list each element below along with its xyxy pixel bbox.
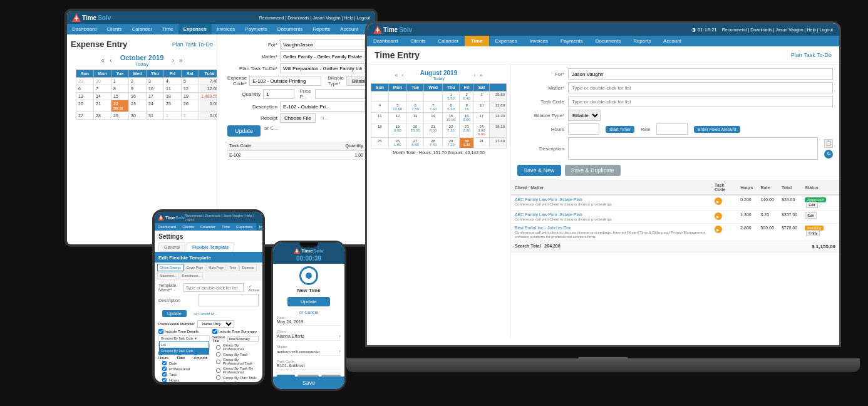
professional-checkbox[interactable]: [162, 367, 167, 371]
cal-prev[interactable]: ‹: [110, 57, 111, 64]
cal-cell[interactable]: 29: [111, 112, 129, 120]
cal-cell[interactable]: 1: [111, 78, 129, 85]
nav-dashboard[interactable]: Dashboard: [67, 24, 101, 34]
cal-cell[interactable]: 17: [474, 113, 489, 123]
cal-cell[interactable]: 287.40: [424, 138, 443, 148]
cal-cell[interactable]: 916: [460, 102, 474, 113]
laptop-plan-link[interactable]: Plan Task To-Do: [791, 52, 832, 58]
date-checkbox[interactable]: [162, 361, 167, 365]
refresh-icon[interactable]: ↻: [824, 150, 833, 159]
subtab-time[interactable]: Time: [227, 264, 239, 271]
cal-cell[interactable]: 30: [94, 78, 111, 85]
plan-task-input[interactable]: [280, 63, 365, 73]
tab-general[interactable]: General: [158, 242, 185, 252]
cal-cell[interactable]: 31: [147, 112, 164, 120]
cal-cell[interactable]: 24: [147, 100, 164, 112]
cal-cell[interactable]: 31: [474, 138, 489, 148]
tablet-nav-time[interactable]: Time: [219, 223, 233, 231]
phone-matter-arrow[interactable]: ›: [339, 348, 341, 354]
laptop-nav-documents[interactable]: Documents: [589, 36, 627, 46]
cal-cell[interactable]: 25: [371, 138, 389, 148]
cal-cell[interactable]: 232.60: [460, 123, 474, 138]
subtab-global[interactable]: Global Settings: [157, 264, 183, 271]
for-input[interactable]: [280, 39, 365, 49]
cal-today[interactable]: Today: [117, 61, 167, 67]
include-time-summary-checkbox[interactable]: [212, 329, 217, 334]
laptop-cal-next-next[interactable]: »: [480, 72, 483, 78]
cal-cell[interactable]: 4: [164, 78, 182, 85]
matter-input[interactable]: [280, 51, 365, 61]
cal-cell[interactable]: 11: [164, 85, 182, 93]
laptop-nav-clients[interactable]: Clients: [404, 36, 431, 46]
cal-cell[interactable]: 297.20: [442, 138, 459, 148]
tablet-nav-invoices[interactable]: Invoices: [256, 223, 262, 231]
cal-cell[interactable]: 2020.50: [406, 123, 423, 138]
cal-cell[interactable]: 166.80: [460, 113, 474, 123]
te-desc-textarea[interactable]: [568, 137, 818, 160]
cal-cell[interactable]: 29: [76, 78, 94, 85]
nav-time[interactable]: Time: [157, 24, 178, 34]
timer-icon[interactable]: ▶: [715, 212, 722, 220]
phone-save-button[interactable]: Save: [273, 377, 344, 389]
cal-cell[interactable]: 7: [94, 85, 111, 93]
cal-cell[interactable]: 26.40: [460, 91, 474, 102]
cal-cell-today[interactable]: 22500.00: [111, 100, 129, 112]
start-timer-button[interactable]: Start Timer: [606, 126, 634, 133]
cal-cell[interactable]: 14: [94, 93, 111, 100]
cal-cell[interactable]: 216.50: [424, 123, 443, 138]
cal-cell[interactable]: 1: [164, 112, 182, 120]
timer-icon[interactable]: ▶: [715, 226, 722, 233]
laptop-cal-prev[interactable]: ‹: [402, 72, 404, 78]
group-prof-checkbox[interactable]: [216, 345, 220, 350]
cal-cell[interactable]: 77.40: [424, 102, 443, 113]
quantity-input[interactable]: [263, 89, 294, 99]
cal-cell[interactable]: 15.50: [442, 91, 459, 102]
cal-cell[interactable]: 10: [474, 102, 489, 113]
cal-cell[interactable]: 243.006.80: [474, 123, 489, 138]
cal-cell[interactable]: 198.60: [388, 123, 406, 138]
te-matter-input[interactable]: [568, 82, 833, 93]
tablet-cancel-link[interactable]: or Cancel M...: [194, 312, 217, 316]
laptop-nav-account[interactable]: Account: [657, 36, 688, 46]
client-matter-link[interactable]: Best Portal Inc - John vs Doc: [515, 226, 571, 230]
choose-file-button[interactable]: Choose File: [280, 113, 316, 123]
cal-cell[interactable]: 261.00: [388, 138, 406, 148]
cal-cell[interactable]: 26: [182, 100, 199, 112]
laptop-nav-payments[interactable]: Payments: [554, 36, 589, 46]
subtab-main[interactable]: Main Page: [206, 264, 226, 271]
cal-cell[interactable]: 85.30: [442, 102, 459, 113]
group-task-prof-checkbox[interactable]: [216, 368, 220, 373]
cal-cell[interactable]: 12: [388, 113, 406, 123]
group-prof-task-checkbox[interactable]: [216, 360, 220, 364]
tablet-nav-dashboard[interactable]: Dashboard: [155, 223, 179, 231]
subtab-remittance[interactable]: Remittance...: [180, 272, 203, 279]
cal-cell[interactable]: 25: [164, 100, 182, 112]
te-billable-select[interactable]: Billable: [568, 110, 601, 121]
nav-account[interactable]: Account: [335, 24, 363, 34]
cal-cell[interactable]: 28: [94, 112, 111, 120]
cal-next[interactable]: ›: [172, 57, 174, 64]
save-new-button[interactable]: Save & New: [517, 165, 561, 176]
laptop-cal-next[interactable]: ›: [474, 72, 476, 78]
tab-flexible-template[interactable]: Flexible Template: [187, 242, 234, 252]
phone-client-value[interactable]: Alanna Efforts ›: [277, 333, 341, 341]
expense-code-input[interactable]: [249, 76, 321, 86]
laptop-nav-calander[interactable]: Calander: [432, 36, 465, 46]
laptop-nav-expenses[interactable]: Expenses: [489, 36, 524, 46]
laptop-cal-today[interactable]: Today: [408, 76, 470, 81]
phone-cancel-link[interactable]: or Cancel: [273, 310, 344, 315]
laptop-nav-dashboard[interactable]: Dashboard: [367, 36, 404, 46]
cal-cell[interactable]: [371, 91, 389, 102]
description-input[interactable]: [280, 102, 365, 112]
subtab-expense[interactable]: Expense: [239, 264, 256, 271]
cal-cell[interactable]: 15: [111, 93, 129, 100]
cal-cell[interactable]: [406, 91, 423, 102]
cal-cell[interactable]: 17: [147, 93, 164, 100]
save-duplicate-button[interactable]: Save & Duplicate: [565, 165, 621, 176]
cal-cell[interactable]: 3: [474, 91, 489, 102]
cal-cell[interactable]: [424, 91, 443, 102]
te-hours-input[interactable]: [568, 123, 599, 135]
cal-cell[interactable]: [388, 91, 406, 102]
te-for-input[interactable]: [568, 68, 833, 80]
price-input[interactable]: [315, 89, 365, 99]
